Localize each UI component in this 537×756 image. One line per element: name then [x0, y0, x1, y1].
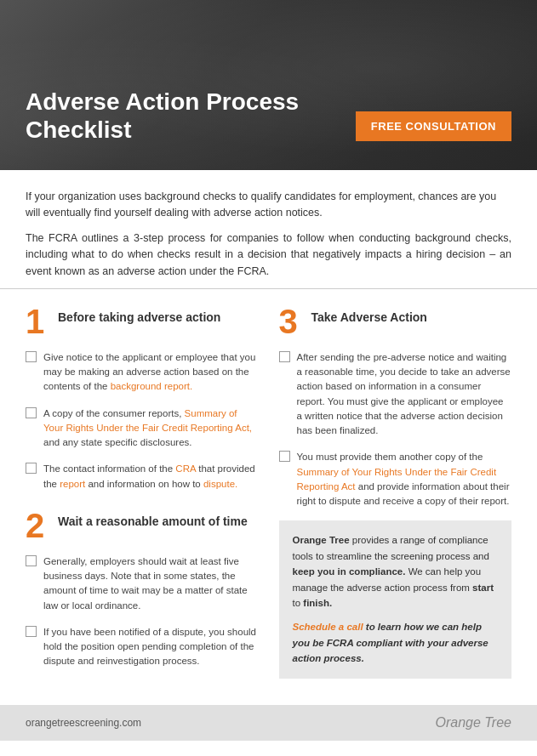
left-column: 1 Before taking adverse action Give noti… [26, 304, 259, 681]
checkbox-1[interactable] [26, 351, 37, 362]
section3-item-2-text: You must provide them another copy of th… [297, 450, 512, 509]
section1-header: 1 Before taking adverse action [26, 304, 259, 338]
section3-item-1: After sending the pre-adverse notice and… [279, 350, 512, 439]
section1-title: Before taking adverse action [58, 304, 220, 325]
section2-number: 2 [26, 509, 49, 543]
info-box: Orange Tree provides a range of complian… [279, 520, 512, 678]
info-box-cta: Schedule a call to learn how we can help… [293, 619, 499, 666]
section1-item-3: The contact information of the CRA that … [26, 462, 259, 492]
intro-paragraph-2: The FCRA outlines a 3-step process for c… [26, 230, 511, 280]
main-content: 1 Before taking adverse action Give noti… [0, 304, 537, 690]
section2-header: 2 Wait a reasonable amount of time [26, 509, 259, 543]
checkbox-5[interactable] [26, 626, 37, 637]
footer-website: orangetreescreening.com [26, 717, 141, 729]
intro-paragraph-1: If your organization uses background che… [26, 189, 511, 222]
section3-title: Take Adverse Action [311, 304, 427, 325]
info-box-body: Orange Tree provides a range of complian… [293, 532, 499, 611]
section1-item-1-text: Give notice to the applicant or employee… [43, 350, 259, 395]
section1-item-2: A copy of the consumer reports, Summary … [26, 406, 259, 451]
hero-section: Adverse Action Process Checklist FREE CO… [0, 0, 537, 170]
section3-item-1-text: After sending the pre-adverse notice and… [297, 350, 512, 439]
section2-title: Wait a reasonable amount of time [58, 509, 248, 529]
section2-item-1-text: Generally, employers should wait at leas… [43, 554, 259, 613]
section1-item-3-text: The contact information of the CRA that … [43, 462, 259, 492]
section3-number: 3 [279, 304, 303, 338]
section1-item-2-text: A copy of the consumer reports, Summary … [43, 406, 259, 451]
checkbox-4[interactable] [26, 555, 37, 566]
checkbox-6[interactable] [279, 351, 290, 362]
footer: orangetreescreening.com Orange Tree [0, 705, 537, 741]
hero-title: Adverse Action Process Checklist [26, 88, 299, 145]
hero-content: Adverse Action Process Checklist FREE CO… [0, 0, 537, 170]
right-column: 3 Take Adverse Action After sending the … [279, 304, 512, 681]
section2-item-1: Generally, employers should wait at leas… [26, 554, 259, 613]
free-consultation-button[interactable]: FREE CONSULTATION [356, 111, 511, 141]
section3-item-2: You must provide them another copy of th… [279, 450, 512, 509]
section1-item-1: Give notice to the applicant or employee… [26, 350, 259, 395]
checkbox-7[interactable] [279, 451, 290, 462]
footer-brand: Orange Tree [435, 715, 511, 730]
section2-item-2-text: If you have been notified of a dispute, … [43, 625, 259, 669]
checkbox-3[interactable] [26, 463, 37, 474]
checkbox-2[interactable] [26, 407, 37, 418]
schedule-link[interactable]: Schedule a call [293, 622, 363, 632]
section2-item-2: If you have been notified of a dispute, … [26, 625, 259, 669]
intro-section: If your organization uses background che… [0, 170, 537, 289]
section1-number: 1 [26, 304, 49, 338]
section3-header: 3 Take Adverse Action [279, 304, 512, 338]
